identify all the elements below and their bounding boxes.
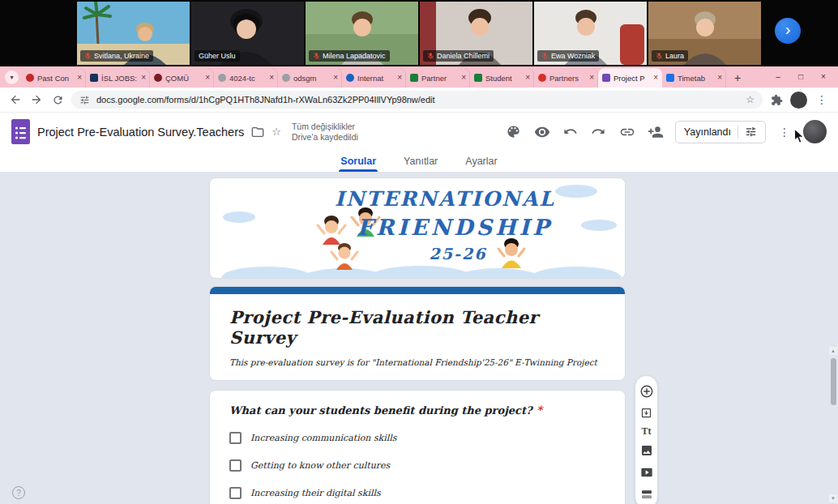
browser-tab[interactable]: ÇOMÜ× (150, 68, 214, 88)
tab-label: Internat (357, 74, 394, 83)
tab-close-icon[interactable]: × (525, 74, 530, 82)
tab-close-icon[interactable]: × (205, 74, 210, 82)
change-settings-link[interactable]: Ayarları değiştir (529, 378, 596, 381)
document-title[interactable]: Project Pre-Evaluation Survey.Teachers (37, 126, 244, 139)
browser-tab-active[interactable]: Project P× (598, 68, 662, 88)
account-avatar[interactable] (803, 120, 827, 143)
participant-tile[interactable]: Laura (648, 2, 761, 65)
site-info-icon[interactable] (79, 95, 90, 105)
scroll-up-icon[interactable]: ▲ (829, 347, 837, 355)
scroll-down-icon[interactable]: ▼ (829, 494, 837, 502)
tab-close-icon[interactable]: × (141, 74, 146, 82)
form-canvas: INTERNATIONAL FRIENDSHIP 25-26 Project P… (0, 173, 838, 504)
browser-tab[interactable]: Past Con× (22, 68, 86, 88)
checkbox-option: Getting to know other cultures (229, 459, 605, 472)
browser-tab[interactable]: 4024-tc× (214, 68, 278, 88)
new-tab-button[interactable]: + (729, 69, 746, 87)
tab-label: ÇOMÜ (165, 74, 202, 83)
tab-close-icon[interactable]: × (461, 74, 466, 82)
add-question-icon[interactable] (637, 382, 656, 400)
tab-settings[interactable]: Ayarlar (464, 151, 498, 172)
browser-tab[interactable]: Partners× (534, 68, 598, 88)
publish-settings-icon[interactable] (745, 126, 757, 138)
tab-questions[interactable]: Sorular (339, 151, 378, 172)
tab-label: 4024-tc (229, 74, 266, 83)
refresh-icon[interactable] (50, 92, 65, 107)
participant-tile[interactable]: Daniela Chillemi (420, 2, 532, 65)
question-title[interactable]: What can your students benefit during th… (229, 404, 605, 416)
maximize-icon[interactable]: □ (789, 66, 812, 88)
import-questions-icon[interactable] (637, 404, 656, 422)
browser-tab[interactable]: Internat× (342, 68, 406, 88)
option-label[interactable]: Getting to know other cultures (250, 460, 390, 471)
palette-icon[interactable] (505, 123, 523, 141)
tab-close-icon[interactable]: × (589, 74, 594, 82)
address-bar[interactable]: docs.google.com/forms/d/1hCgPQ1HTh8JNafd… (71, 91, 763, 109)
checkbox[interactable] (229, 459, 242, 472)
participant-tile[interactable]: Güher Uslu (191, 2, 304, 65)
forms-menu-icon[interactable]: ⋮ (776, 126, 793, 139)
screen: Svitlana, Ukraine Güher Uslu (0, 0, 838, 504)
participant-tile[interactable]: Svitlana, Ukraine (77, 2, 190, 65)
option-label[interactable]: Increasing communication skills (250, 433, 396, 443)
browser-profile-avatar[interactable] (790, 92, 807, 109)
tab-responses[interactable]: Yanıtlar (402, 151, 439, 172)
tab-search-button[interactable]: ▾ (5, 70, 19, 84)
folder-icon[interactable] (251, 126, 264, 139)
bookmark-star-icon[interactable]: ☆ (746, 94, 755, 105)
tab-close-icon[interactable]: × (717, 74, 722, 82)
participant-name-tag: Svitlana, Ukraine (80, 50, 153, 62)
form-title-card[interactable]: Project Pre-Evaluation Teacher Survey Th… (209, 286, 626, 381)
browser-tab[interactable]: Student× (470, 68, 534, 88)
checkbox[interactable] (229, 432, 242, 444)
tab-close-icon[interactable]: × (269, 74, 274, 82)
checkbox[interactable] (229, 487, 242, 499)
link-icon[interactable] (618, 123, 636, 141)
person-add-icon[interactable] (647, 123, 665, 141)
published-button[interactable]: Yayınlandı (675, 121, 766, 143)
back-icon[interactable] (8, 92, 23, 107)
next-participants-button[interactable]: › (775, 18, 801, 44)
tab-close-icon[interactable]: × (397, 74, 402, 82)
participant-name-tag: Daniela Chillemi (423, 50, 494, 62)
form-header-image-card[interactable]: INTERNATIONAL FRIENDSHIP 25-26 (209, 177, 626, 279)
browser-tab[interactable]: odsgm× (278, 68, 342, 88)
form-title[interactable]: Project Pre-Evaluation Teacher Survey (229, 307, 605, 348)
undo-icon[interactable] (562, 123, 579, 141)
participant-tile[interactable]: Milena Lapadatovic (306, 2, 418, 65)
participant-name: Güher Uslu (199, 51, 236, 61)
help-icon[interactable]: ? (12, 486, 25, 499)
add-section-icon[interactable] (637, 485, 656, 503)
browser-tab[interactable]: Timetab× (662, 68, 726, 88)
star-document-icon[interactable]: ☆ (271, 126, 281, 138)
forward-icon[interactable] (29, 92, 44, 107)
preview-eye-icon[interactable] (533, 123, 551, 141)
tab-close-icon[interactable]: × (77, 74, 82, 82)
tab-favicon (218, 74, 226, 82)
theme-color-bar (210, 287, 625, 294)
browser-tab[interactable]: Partner× (406, 68, 470, 88)
forms-logo-icon[interactable] (11, 119, 30, 144)
add-video-icon[interactable] (637, 463, 656, 481)
scrollbar-thumb[interactable] (831, 358, 836, 405)
redo-icon[interactable] (590, 123, 608, 141)
participant-name: Ewa Wozniak (551, 51, 595, 61)
form-description[interactable]: This pre-evaluation survey is for "Inter… (229, 357, 605, 367)
tab-close-icon[interactable]: × (333, 74, 338, 82)
tab-close-icon[interactable]: × (653, 74, 658, 82)
option-label[interactable]: Increasing their digital skills (250, 488, 381, 498)
minimize-icon[interactable]: – (767, 66, 789, 88)
browser-tab[interactable]: İSL JOBS: En× (86, 68, 150, 88)
page-scrollbar[interactable]: ▲ ▼ (829, 345, 838, 504)
question-card[interactable]: What can your students benefit during th… (209, 390, 626, 504)
add-title-icon[interactable]: Tt (642, 425, 652, 438)
tab-label: Past Con (37, 74, 74, 83)
add-image-icon[interactable] (637, 441, 656, 459)
tab-responses-label: Yanıtlar (404, 156, 438, 167)
extensions-icon[interactable] (769, 92, 784, 107)
url-text: docs.google.com/forms/d/1hCgPQ1HTh8JNafd… (96, 95, 739, 105)
tab-favicon (666, 74, 674, 82)
window-close-icon[interactable]: × (812, 66, 835, 88)
browser-menu-icon[interactable]: ⋮ (814, 93, 830, 106)
participant-tile[interactable]: Ewa Wozniak (534, 2, 647, 65)
